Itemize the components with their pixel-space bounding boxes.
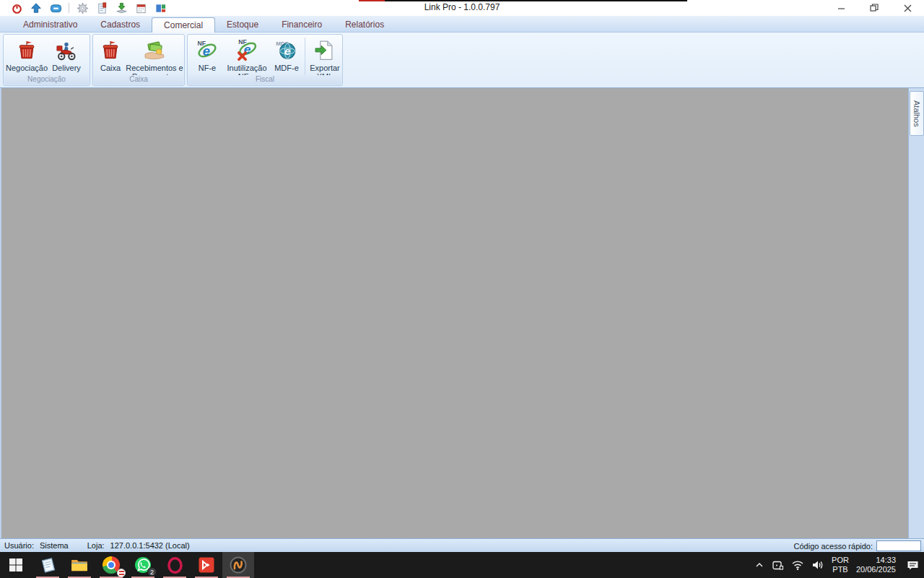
file-explorer-icon	[70, 556, 89, 574]
close-icon	[904, 4, 912, 12]
speaker-icon[interactable]	[811, 559, 824, 571]
user-label: Usuário:	[4, 541, 34, 550]
mdfe-icon: MDF e	[275, 38, 298, 63]
opera-icon	[166, 556, 184, 574]
recebimentos-button[interactable]: Recebimentos e Pagamentos	[126, 36, 183, 81]
restore-icon	[870, 4, 879, 12]
windows-start-icon	[8, 557, 24, 573]
nfe-button-label: NF-e	[199, 64, 216, 72]
nfe-button[interactable]: e NF NF-e	[190, 36, 225, 72]
taskbar-item-link-pro[interactable]	[222, 552, 254, 578]
svg-text:NF: NF	[238, 39, 246, 46]
tray-date: 20/06/2025	[856, 565, 896, 574]
tab-comercial[interactable]: Comercial	[152, 17, 215, 33]
tablet-icon[interactable]	[772, 559, 784, 571]
ribbon: Negociação	[0, 33, 924, 88]
link-pro-icon	[229, 556, 248, 574]
user-value: Sistema	[40, 541, 69, 550]
store-value: 127.0.0.1:5432 (Local)	[110, 541, 190, 550]
exportar-xml-button[interactable]: Exportar XML	[306, 36, 344, 81]
taskbar-item-chrome[interactable]	[95, 552, 127, 578]
export-xml-icon	[314, 38, 336, 63]
wifi-icon[interactable]	[791, 559, 804, 571]
taskbar-item-notepad[interactable]	[32, 552, 64, 578]
tab-estoque[interactable]: Estoque	[215, 17, 270, 33]
notepad-icon	[39, 556, 57, 574]
delivery-button[interactable]: Delivery	[48, 36, 85, 72]
ribbon-group-negociacao: Negociação	[3, 34, 90, 86]
minimize-button[interactable]	[824, 0, 858, 16]
store-label: Loja:	[87, 541, 105, 550]
whatsapp-badge: 2	[147, 567, 157, 577]
basket-icon	[16, 38, 38, 63]
basket-icon	[100, 38, 121, 63]
caixa-button-label: Caixa	[100, 64, 121, 72]
ribbon-group-caixa: Caixa Recebimentos e Pagamentos Caixa	[92, 34, 185, 86]
tray-time: 14:33	[856, 556, 896, 565]
deliveries-app-icon	[198, 556, 215, 574]
app-window: Link Pro - 1.0.0.797	[0, 0, 924, 578]
nfe-cancel-icon: e NF	[235, 38, 258, 63]
taskbar-item-whatsapp[interactable]: 2	[127, 552, 159, 578]
ribbon-tab-strip: Administrativo Cadastros Comercial Estoq…	[0, 16, 924, 33]
svg-text:NF: NF	[197, 40, 205, 47]
restore-button[interactable]	[858, 0, 891, 16]
workspace-canvas: Atalhos	[0, 88, 924, 538]
start-button[interactable]	[0, 552, 32, 578]
quick-code-input[interactable]	[876, 540, 921, 551]
delivery-icon	[55, 38, 78, 63]
window-controls	[824, 0, 924, 16]
tab-cadastros[interactable]: Cadastros	[89, 17, 152, 33]
clock[interactable]: 14:33 20/06/2025	[856, 556, 896, 574]
group-caption-caixa: Caixa	[94, 75, 183, 85]
group-caption-negociacao: Negociação	[4, 75, 89, 85]
negociacao-button[interactable]: Negociação	[6, 36, 48, 72]
hidden-icons-chevron-icon[interactable]	[754, 560, 764, 570]
taskbar-item-file-explorer[interactable]	[64, 552, 95, 578]
language-bottom: PTB	[832, 565, 849, 574]
atalhos-panel-strip: Atalhos	[908, 88, 924, 538]
close-button[interactable]	[891, 0, 924, 16]
statusbar: Usuário: Sistema Loja: 127.0.0.1:5432 (L…	[0, 538, 924, 552]
titlebar: Link Pro - 1.0.0.797	[0, 0, 924, 16]
title-progress-line	[359, 0, 687, 1]
quick-code-label: Código acesso rápido:	[794, 542, 873, 551]
mdfe-button-label: MDF-e	[274, 64, 299, 72]
taskbar-item-opera[interactable]	[159, 552, 191, 578]
language-indicator[interactable]: POR PTB	[832, 556, 849, 574]
atalhos-tab[interactable]: Atalhos	[910, 91, 924, 136]
minimize-icon	[837, 4, 845, 12]
delivery-button-label: Delivery	[52, 64, 81, 72]
taskbar-item-deliveries-app[interactable]	[191, 552, 222, 578]
caixa-button[interactable]: Caixa	[95, 36, 126, 72]
ribbon-group-fiscal: e NF NF-e e NF	[187, 34, 343, 86]
window-title: Link Pro - 1.0.0.797	[0, 2, 924, 12]
nfe-icon: e NF	[196, 38, 219, 63]
money-hand-icon	[143, 38, 166, 63]
taskbar: 2	[0, 552, 924, 578]
group-caption-fiscal: Fiscal	[188, 75, 341, 85]
language-top: POR	[832, 556, 849, 565]
mdfe-button[interactable]: MDF e MDF-e	[269, 36, 304, 72]
tab-financeiro[interactable]: Financeiro	[270, 17, 334, 33]
inutilizacao-nfe-button[interactable]: e NF Inutilização NF-e	[225, 36, 269, 81]
notification-center-icon[interactable]	[906, 559, 920, 571]
tab-relatorios[interactable]: Relatórios	[334, 17, 396, 33]
svg-text:e: e	[284, 46, 290, 57]
atalhos-tab-label: Atalhos	[912, 100, 921, 127]
group-inner-separator	[305, 38, 305, 79]
system-tray: POR PTB 14:33 20/06/2025	[754, 552, 924, 578]
tab-administrativo[interactable]: Administrativo	[12, 17, 89, 33]
negociacao-button-label: Negociação	[6, 64, 48, 72]
